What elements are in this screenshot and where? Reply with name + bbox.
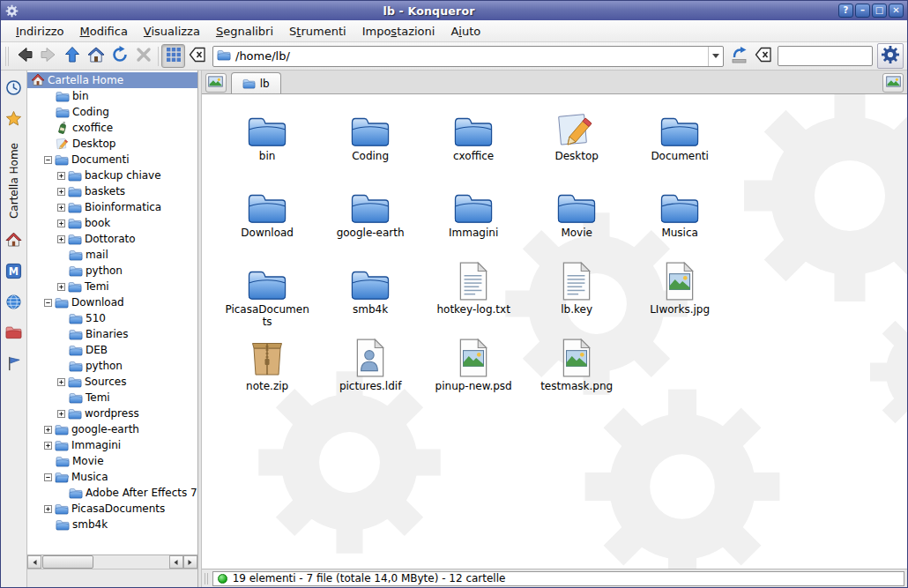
file-item-documenti[interactable]: Documenti	[629, 107, 732, 181]
tree-item-temi[interactable]: Temi	[27, 279, 197, 294]
file-item-smb4k[interactable]: smb4k	[319, 260, 422, 334]
tree-item-picasadocuments[interactable]: PicasaDocuments	[27, 501, 197, 517]
location-value[interactable]: /home/lb/	[235, 49, 708, 63]
tree-item-desktop[interactable]: Desktop	[27, 136, 197, 152]
scrollbar-thumb[interactable]	[42, 555, 93, 569]
tree-item-bioinformatica[interactable]: Bioinformatica	[27, 199, 197, 215]
tree-item-cartella-home[interactable]: Cartella Home	[27, 72, 197, 88]
file-item-download[interactable]: Download	[216, 183, 319, 257]
tree-item-documenti[interactable]: Documenti	[27, 152, 197, 167]
tree-item-movie[interactable]: Movie	[27, 453, 197, 469]
file-item-testmask-png[interactable]: testmask.png	[525, 337, 629, 411]
back-button[interactable]	[12, 44, 36, 68]
file-item-hotkey-log-txt[interactable]: hotkey-log.txt	[422, 260, 525, 334]
file-item-immagini[interactable]: Immagini	[422, 183, 525, 257]
menu-strumenti[interactable]: Strumenti	[281, 22, 354, 41]
titlebar[interactable]: lb - Konqueror ?–□✕	[1, 1, 907, 20]
file-item-cxoffice[interactable]: cxoffice	[422, 107, 525, 181]
menu-impostazioni[interactable]: Impostazioni	[354, 22, 443, 41]
file-item-picasadocuments[interactable]: PicasaDocuments	[216, 260, 319, 334]
tree-expander[interactable]	[57, 410, 65, 418]
file-item-note-zip[interactable]: note.zip	[216, 337, 319, 411]
tree-item-download[interactable]: Download	[27, 294, 197, 310]
tab-corner-right-button[interactable]	[882, 73, 904, 93]
search-filter-input[interactable]	[778, 46, 873, 66]
file-item-liworks-jpg[interactable]: LIworks.jpg	[629, 260, 732, 334]
sidebar-button-network[interactable]	[4, 294, 24, 313]
menu-modifica[interactable]: Modifica	[72, 22, 136, 41]
tree-expander[interactable]	[44, 473, 52, 481]
sidebar-button-root-folder[interactable]	[4, 324, 24, 344]
sidebar-button-history[interactable]	[4, 79, 24, 99]
clear-location-button[interactable]	[185, 44, 209, 68]
tree-expander[interactable]	[44, 442, 52, 450]
file-item-coding[interactable]: Coding	[319, 107, 422, 181]
minimize-button[interactable]: –	[855, 4, 870, 18]
tree-expander[interactable]	[57, 172, 65, 180]
maximize-button[interactable]: □	[872, 4, 887, 18]
menu-visualizza[interactable]: Visualizza	[136, 22, 208, 41]
tree-item-book[interactable]: book	[27, 215, 197, 231]
location-dropdown-button[interactable]	[708, 47, 723, 66]
file-item-musica[interactable]: Musica	[629, 183, 732, 257]
tree-item-google-earth[interactable]: google-earth	[27, 421, 197, 437]
tree-item-python[interactable]: python	[27, 263, 197, 279]
stop-button[interactable]	[131, 44, 155, 68]
file-item-pinup-new-psd[interactable]: pinup-new.psd	[422, 337, 525, 411]
tree-item-bin[interactable]: bin	[27, 88, 197, 104]
sidebar-button-bookmarks[interactable]	[4, 110, 24, 130]
tree-expander[interactable]	[44, 505, 52, 513]
forward-button[interactable]	[36, 44, 60, 68]
tree-expander[interactable]	[44, 299, 52, 307]
toolbar-handle[interactable]	[5, 47, 10, 66]
up-button[interactable]	[60, 44, 84, 68]
sidebar-button-services-flag[interactable]	[4, 355, 24, 375]
sidebar-button-home[interactable]	[4, 232, 24, 251]
folder-icon-view[interactable]: binCodingcxofficeDesktopDocumentiDownloa…	[202, 94, 907, 569]
tree-item-mail[interactable]: mail	[27, 247, 197, 263]
go-button[interactable]	[727, 44, 751, 68]
scroll-left-button[interactable]	[27, 555, 41, 569]
tree-item-python[interactable]: python	[27, 358, 197, 374]
tree-item-deb[interactable]: DEB	[27, 342, 197, 358]
tree-item-adobe-after-effects-7[interactable]: Adobe After Effects 7	[27, 485, 197, 501]
tree-expander[interactable]	[57, 188, 65, 196]
tree-item-coding[interactable]: Coding	[27, 104, 197, 120]
tree-horizontal-scrollbar[interactable]	[27, 555, 197, 569]
konqueror-logo-button[interactable]	[877, 43, 904, 69]
tree-expander[interactable]	[57, 220, 65, 227]
tree-item-dottorato[interactable]: Dottorato	[27, 231, 197, 247]
reload-button[interactable]	[108, 44, 131, 68]
tree-expander[interactable]	[57, 235, 65, 243]
tree-expander[interactable]	[44, 156, 52, 164]
sidebar-button-metabar[interactable]: M	[4, 263, 24, 282]
tree-item-510[interactable]: 510	[27, 310, 197, 326]
tree-expander[interactable]	[57, 204, 65, 212]
scroll-right-button[interactable]	[183, 555, 197, 569]
tree-item-backup-chiave[interactable]: backup chiave	[27, 167, 197, 183]
file-item-pictures-ldif[interactable]: pictures.ldif	[319, 337, 422, 411]
help-button[interactable]: ?	[838, 4, 853, 18]
menu-segnalibri[interactable]: Segnalibri	[208, 22, 281, 41]
file-item-google-earth[interactable]: google-earth	[319, 183, 422, 257]
menu-aiuto[interactable]: Aiuto	[443, 22, 488, 41]
tree-item-cxoffice[interactable]: cxoffice	[27, 120, 197, 136]
tree-item-smb4k[interactable]: smb4k	[27, 517, 197, 532]
tree-expander[interactable]	[57, 283, 65, 291]
tree-item-wordpress[interactable]: wordpress	[27, 406, 197, 421]
clear-search-button[interactable]	[751, 44, 775, 68]
tree-item-temi[interactable]: Temi	[27, 390, 197, 406]
tree-item-sources[interactable]: Sources	[27, 374, 197, 390]
tree-item-musica[interactable]: Musica	[27, 469, 197, 485]
file-item-desktop[interactable]: Desktop	[525, 107, 629, 181]
statusbar-grip[interactable]	[205, 573, 210, 584]
close-button[interactable]: ✕	[889, 4, 904, 18]
scrollbar-track[interactable]	[94, 555, 169, 569]
tree-item-immagini[interactable]: Immagini	[27, 437, 197, 453]
tree-expander[interactable]	[44, 426, 52, 434]
location-bar[interactable]: /home/lb/	[212, 46, 724, 67]
file-item-movie[interactable]: Movie	[525, 183, 629, 257]
tree-expander[interactable]	[57, 378, 65, 386]
file-item-bin[interactable]: bin	[216, 107, 319, 181]
scroll-left-button-2[interactable]	[169, 555, 183, 569]
